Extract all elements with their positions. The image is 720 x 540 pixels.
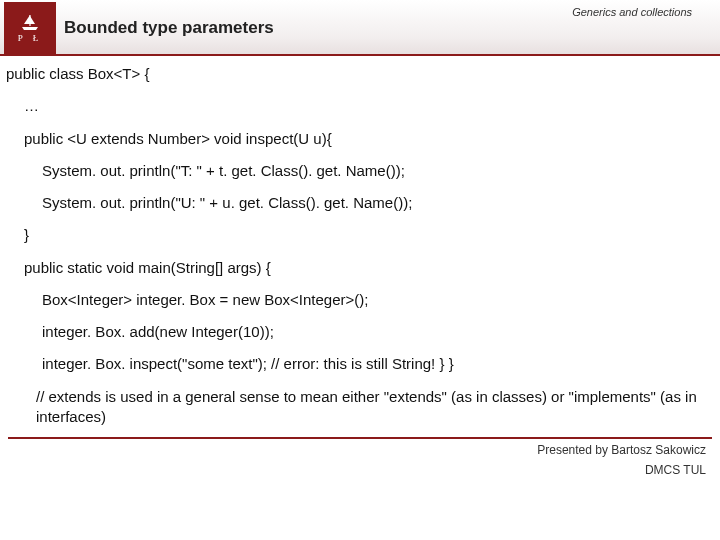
code-line: … [6, 96, 714, 116]
presenter-text: Presented by Bartosz Sakowicz [0, 439, 720, 457]
code-line: System. out. println("U: " + u. get. Cla… [6, 193, 714, 213]
slide-header: P Ł Bounded type parameters Generics and… [0, 0, 720, 56]
code-comment: // extends is used in a general sense to… [6, 387, 714, 428]
logo-letters: P Ł [18, 33, 42, 43]
code-line: integer. Box. add(new Integer(10)); [6, 322, 714, 342]
code-line: public static void main(String[] args) { [6, 258, 714, 278]
code-line: integer. Box. inspect("some text"); // e… [6, 354, 714, 374]
code-line: Box<Integer> integer. Box = new Box<Inte… [6, 290, 714, 310]
code-line: public class Box<T> { [6, 64, 714, 84]
boat-icon [20, 13, 40, 31]
organization-text: DMCS TUL [0, 457, 720, 477]
code-line: public <U extends Number> void inspect(U… [6, 129, 714, 149]
university-logo: P Ł [4, 2, 56, 54]
slide-topic: Generics and collections [572, 6, 692, 18]
code-line: } [6, 225, 714, 245]
slide-content: public class Box<T> { … public <U extend… [0, 56, 720, 427]
code-line: System. out. println("T: " + t. get. Cla… [6, 161, 714, 181]
slide-title: Bounded type parameters [64, 18, 274, 38]
